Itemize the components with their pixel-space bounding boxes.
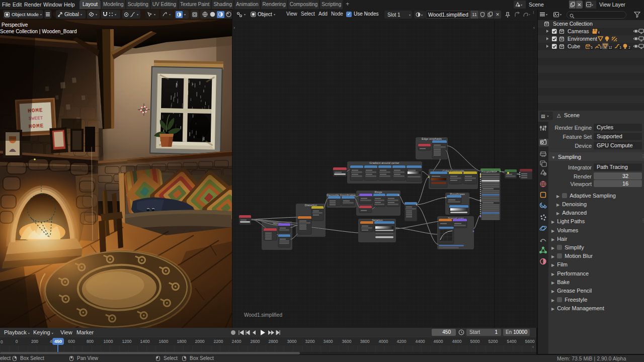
svg-text:6: 6	[600, 46, 602, 49]
svg-text:Cameras: Cameras	[568, 28, 589, 34]
svg-text:Edge emphasis: Edge emphasis	[422, 137, 442, 140]
svg-text:Cube: Cube	[568, 43, 580, 49]
svg-text:Gradient around center: Gradient around center	[369, 161, 399, 164]
svg-text:3: 3	[619, 46, 621, 49]
svg-text:4: 4	[598, 31, 600, 34]
svg-text:12: 12	[608, 46, 612, 49]
svg-text:Principled BSDF: Principled BSDF	[481, 170, 497, 173]
svg-text:Scene Collection: Scene Collection	[553, 21, 593, 27]
svg-text:5: 5	[591, 46, 593, 49]
svg-text:Rings: Rings	[375, 191, 382, 194]
svg-text:Environment: Environment	[568, 36, 597, 42]
svg-text:2: 2	[628, 46, 630, 49]
